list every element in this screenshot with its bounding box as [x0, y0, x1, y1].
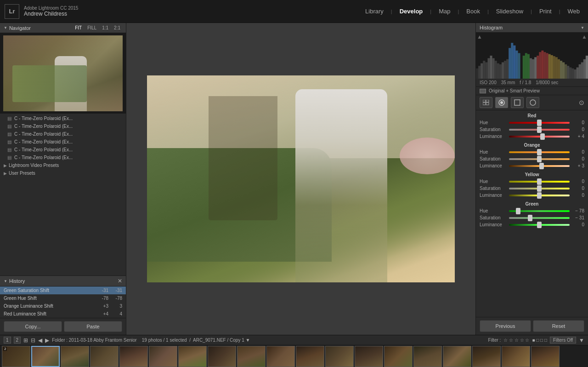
svg-rect-31	[551, 55, 553, 79]
grid-view-small-icon[interactable]: ⊟	[31, 337, 35, 344]
orange-lum-slider[interactable]	[509, 165, 570, 167]
history-collapse-icon[interactable]: ▼	[4, 279, 7, 283]
film-thumb[interactable]	[119, 346, 148, 367]
file-name: ARC_9071.NEF / Copy 1	[193, 338, 244, 343]
orange-hue-label: Hue	[480, 149, 507, 155]
svg-rect-14	[509, 48, 511, 79]
preview-mode-bar: Original + Smart Preview	[476, 87, 588, 95]
tool-circle-button[interactable]	[495, 97, 508, 108]
green-sat-slider[interactable]	[509, 217, 570, 219]
filter-dropdown-icon[interactable]: ▼	[579, 337, 584, 344]
yellow-hue-slider[interactable]	[509, 181, 570, 183]
list-item[interactable]: ▤ C - Time-Zero Polaroid (Ex...	[0, 122, 126, 130]
red-sat-slider[interactable]	[509, 129, 570, 131]
histogram-collapse-icon[interactable]: ▼	[581, 26, 584, 30]
film-thumb[interactable]	[502, 346, 530, 367]
folder-item-user-presets[interactable]: ▶ User Presets	[0, 169, 126, 177]
green-sat-thumb[interactable]	[528, 215, 532, 221]
navigator-label: Navigator	[9, 25, 31, 31]
history-item[interactable]: Red Luminance Shift +4 4	[0, 310, 126, 318]
green-lum-thumb[interactable]	[537, 222, 542, 228]
film-thumb[interactable]	[237, 346, 266, 367]
histogram-area: ▲ ▲	[476, 33, 588, 79]
yellow-hue-thumb[interactable]	[537, 178, 542, 185]
yellow-lum-thumb[interactable]	[537, 192, 542, 199]
nav-web[interactable]: Web	[564, 6, 584, 17]
filters-off-button[interactable]: Filters Off	[550, 337, 576, 344]
nav-size-1-1[interactable]: 1:1	[100, 25, 110, 31]
red-hue-row: Hue 0	[476, 119, 588, 126]
film-thumb[interactable]	[531, 346, 560, 367]
folder-item-video-presets[interactable]: ▶ Lightroom Video Presets	[0, 161, 126, 169]
film-thumb[interactable]	[325, 346, 354, 367]
film-thumb[interactable]	[61, 346, 89, 367]
orange-sat-slider[interactable]	[509, 158, 570, 160]
list-item[interactable]: ▤ C - Time-Zero Polaroid (Ex...	[0, 138, 126, 146]
svg-rect-42	[577, 68, 579, 79]
film-thumb[interactable]: 2	[2, 346, 30, 367]
film-thumb[interactable]	[149, 346, 177, 367]
nav-develop[interactable]: Develop	[396, 6, 427, 17]
nav-slideshow[interactable]: Slideshow	[492, 6, 527, 17]
film-thumb[interactable]	[31, 346, 60, 367]
list-item[interactable]: ▤ C - Time-Zero Polaroid (Ex...	[0, 130, 126, 138]
red-hue-thumb[interactable]	[537, 120, 542, 126]
film-thumb[interactable]	[384, 346, 413, 367]
film-thumb[interactable]	[355, 346, 383, 367]
yellow-sat-slider[interactable]	[509, 188, 570, 189]
list-item[interactable]: ▤ C - Time-Zero Polaroid (Ex...	[0, 146, 126, 154]
navigator-collapse-icon[interactable]: ▼	[4, 26, 7, 30]
tool-grid-button[interactable]	[480, 97, 492, 108]
film-thumb[interactable]	[413, 346, 442, 367]
film-thumb[interactable]	[90, 346, 119, 367]
film-thumb[interactable]	[296, 346, 324, 367]
green-lum-slider[interactable]	[509, 224, 570, 226]
grid-icon	[483, 100, 489, 105]
nav-print[interactable]: Print	[536, 6, 555, 17]
nav-next-icon[interactable]: ▶	[45, 337, 49, 344]
film-thumb[interactable]	[472, 346, 501, 367]
orange-hue-thumb[interactable]	[537, 149, 542, 155]
tool-square-button[interactable]	[511, 97, 524, 108]
nav-size-2-1[interactable]: 2:1	[112, 25, 122, 31]
history-clear-icon[interactable]: ✕	[118, 278, 122, 284]
orange-hue-slider[interactable]	[509, 151, 570, 153]
nav-prev-icon[interactable]: ◀	[38, 337, 42, 344]
circle-icon	[498, 99, 505, 106]
history-item[interactable]: Orange Luminance Shift +3 3	[0, 302, 126, 310]
yellow-lum-slider[interactable]	[509, 195, 570, 196]
red-lum-slider[interactable]	[509, 136, 570, 138]
paste-button[interactable]: Paste	[64, 321, 122, 332]
list-item[interactable]: ▤ C - Time-Zero Polaroid (Ex...	[0, 154, 126, 161]
nav-library[interactable]: Library	[362, 6, 387, 17]
app-software: Adobe Lightroom CC 2015	[24, 6, 78, 11]
histogram-left-arrow[interactable]: ▲	[477, 34, 482, 40]
green-hue-slider[interactable]	[509, 210, 570, 212]
previous-button[interactable]: Previous	[480, 320, 531, 332]
history-item[interactable]: Green Saturation Shift -31 -31	[0, 287, 126, 294]
histogram-right-arrow[interactable]: ▲	[582, 34, 587, 40]
reset-button[interactable]: Reset	[533, 320, 584, 332]
orange-lum-thumb[interactable]	[539, 163, 544, 169]
grid-view-icon[interactable]: ⊞	[23, 337, 28, 344]
green-hue-thumb[interactable]	[516, 208, 520, 214]
film-thumb[interactable]	[208, 346, 236, 367]
red-lum-thumb[interactable]	[540, 133, 545, 140]
red-hue-slider[interactable]	[509, 122, 570, 124]
orange-sat-thumb[interactable]	[537, 156, 542, 162]
list-item[interactable]: ▤ C - Time-Zero Polaroid (Ex...	[0, 115, 126, 122]
nav-size-fill[interactable]: FILL	[85, 25, 98, 31]
page-num-2[interactable]: 2	[14, 337, 21, 344]
film-thumb[interactable]	[266, 346, 295, 367]
page-num-1[interactable]: 1	[4, 337, 11, 344]
red-sat-thumb[interactable]	[537, 126, 542, 133]
film-thumb[interactable]	[443, 346, 471, 367]
copy-button[interactable]: Copy...	[4, 321, 62, 332]
nav-book[interactable]: Book	[463, 6, 484, 17]
yellow-sat-thumb[interactable]	[537, 185, 542, 192]
film-thumb[interactable]	[178, 346, 207, 367]
tool-circle-outline-button[interactable]	[526, 97, 539, 108]
nav-size-fit[interactable]: FIT	[73, 25, 84, 31]
nav-map[interactable]: Map	[435, 6, 454, 17]
history-item[interactable]: Green Hue Shift -78 -78	[0, 294, 126, 302]
